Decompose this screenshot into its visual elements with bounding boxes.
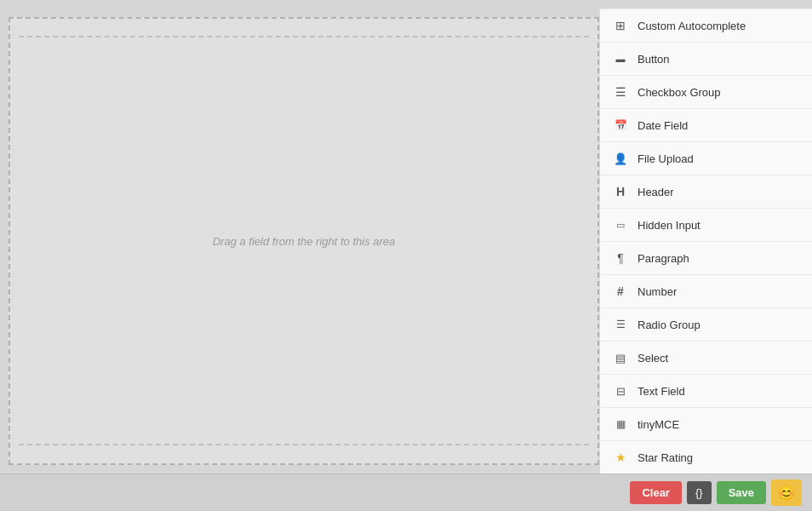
sidebar-item-header[interactable]: Header	[600, 175, 812, 209]
main-container: Drag a field from the right to this area…	[0, 9, 812, 474]
save-button[interactable]: Save	[717, 481, 766, 504]
sidebar-item-number[interactable]: Number	[600, 275, 812, 308]
star-icon	[612, 449, 629, 466]
sidebar-label-text-field: Text Field	[638, 385, 685, 398]
sidebar-item-custom-autocomplete[interactable]: Custom Autocomplete	[600, 9, 812, 43]
sidebar-label-date-field: Date Field	[638, 119, 688, 132]
sidebar-item-paragraph[interactable]: Paragraph	[600, 242, 812, 275]
bottom-bar: Clear {} Save 😊	[0, 474, 812, 511]
sidebar-item-date-field[interactable]: Date Field	[600, 109, 812, 142]
sidebar-item-star-rating[interactable]: Star Rating	[600, 441, 812, 474]
emoji-button[interactable]: 😊	[771, 479, 802, 506]
sidebar-item-checkbox-group[interactable]: Checkbox Group	[600, 76, 812, 109]
tinymce-icon	[612, 416, 629, 433]
checkbox-icon	[612, 83, 629, 100]
sidebar-item-tinymce[interactable]: tinyMCE	[600, 408, 812, 441]
sidebar-label-header: Header	[638, 186, 674, 198]
sidebar-item-radio-group[interactable]: Radio Group	[600, 308, 812, 342]
sidebar-label-button: Button	[638, 53, 670, 66]
canvas-drop-area[interactable]: Drag a field from the right to this area	[9, 17, 599, 465]
json-button[interactable]: {}	[687, 481, 712, 504]
sidebar-label-file-upload: File Upload	[638, 152, 694, 165]
sidebar-item-file-upload[interactable]: File Upload	[600, 142, 812, 175]
date-icon	[612, 117, 629, 134]
sidebar-item-button[interactable]: Button	[600, 43, 812, 76]
sidebar-item-hidden-input[interactable]: Hidden Input	[600, 209, 812, 242]
paragraph-icon	[612, 250, 629, 267]
sidebar-label-hidden-input: Hidden Input	[638, 219, 700, 232]
drop-hint-text: Drag a field from the right to this area	[213, 235, 396, 248]
clear-button[interactable]: Clear	[630, 481, 682, 504]
sidebar-label-paragraph: Paragraph	[638, 252, 689, 265]
sidebar-label-tinymce: tinyMCE	[638, 418, 679, 431]
number-icon	[612, 283, 629, 300]
sidebar-label-custom-autocomplete: Custom Autocomplete	[638, 20, 746, 32]
sidebar-label-checkbox-group: Checkbox Group	[638, 86, 721, 99]
header-icon	[612, 183, 629, 200]
select-icon	[612, 349, 629, 366]
top-spacer	[0, 0, 812, 9]
sidebar-label-star-rating: Star Rating	[638, 451, 693, 464]
hidden-icon	[612, 216, 629, 233]
sidebar-item-text-field[interactable]: Text Field	[600, 375, 812, 408]
autocomplete-icon	[612, 17, 629, 34]
upload-icon	[612, 150, 629, 167]
sidebar-label-select: Select	[638, 352, 668, 365]
textfield-icon	[612, 382, 629, 399]
radio-icon	[612, 316, 629, 333]
sidebar-label-radio-group: Radio Group	[638, 319, 700, 331]
sidebar-item-select[interactable]: Select	[600, 342, 812, 375]
button-icon	[612, 50, 629, 67]
sidebar-label-number: Number	[638, 285, 677, 298]
field-sidebar: Custom AutocompleteButtonCheckbox GroupD…	[599, 9, 812, 474]
